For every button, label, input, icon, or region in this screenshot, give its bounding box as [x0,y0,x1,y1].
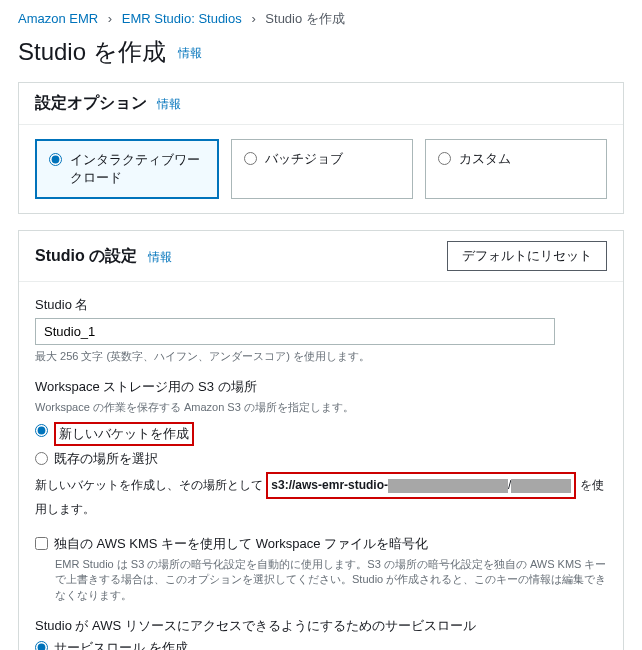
s3-location-desc: Workspace の作業を保存する Amazon S3 の場所を指定します。 [35,400,607,415]
studio-name-hint: 最大 256 文字 (英数字、ハイフン、アンダースコア) を使用します。 [35,349,607,364]
page-title: Studio を作成 情報 [18,36,624,68]
setup-options-heading: 設定オプション 情報 [35,93,181,114]
studio-name-label: Studio 名 [35,296,607,314]
radio-batch[interactable] [244,152,257,165]
chevron-right-icon: › [251,11,255,26]
studio-settings-panel: Studio の設定 情報 デフォルトにリセット Studio 名 最大 256… [18,230,624,650]
highlight-create-bucket: 新しいバケットを作成 [54,422,194,446]
radio-create-bucket[interactable] [35,424,48,437]
radio-custom[interactable] [438,152,451,165]
studio-settings-heading: Studio の設定 情報 [35,246,172,267]
kms-encrypt-hint: EMR Studio は S3 の場所の暗号化設定を自動的に使用します。S3 の… [55,557,607,603]
highlight-s3-path: s3://aws-emr-studio-/ [266,472,576,500]
reset-defaults-button[interactable]: デフォルトにリセット [447,241,607,271]
breadcrumb-current: Studio を作成 [265,11,344,26]
create-bucket-label: 新しいバケットを作成 [59,426,189,441]
s3-path-sentence: 新しいバケットを作成し、その場所として s3://aws-emr-studio-… [35,472,607,521]
info-link[interactable]: 情報 [157,97,181,111]
create-service-role-label: サービスロール を作成 [54,639,188,650]
studio-name-input[interactable] [35,318,555,345]
setup-options-panel: 設定オプション 情報 インタラクティブワークロード バッチジョブ カスタム [18,82,624,214]
checkbox-kms-encrypt[interactable] [35,537,48,550]
info-link[interactable]: 情報 [178,46,202,60]
tile-custom[interactable]: カスタム [425,139,607,199]
radio-create-service-role[interactable] [35,641,48,650]
breadcrumb-link-studios[interactable]: EMR Studio: Studios [122,11,242,26]
redacted-text [388,479,508,493]
tile-batch-job[interactable]: バッチジョブ [231,139,413,199]
radio-interactive[interactable] [49,153,62,166]
existing-location-label: 既存の場所を選択 [54,450,158,468]
tile-interactive-workload[interactable]: インタラクティブワークロード [35,139,219,199]
breadcrumb-link-emr[interactable]: Amazon EMR [18,11,98,26]
redacted-text [511,479,571,493]
radio-existing-location[interactable] [35,452,48,465]
breadcrumb: Amazon EMR › EMR Studio: Studios › Studi… [18,10,624,28]
kms-encrypt-label: 独自の AWS KMS キーを使用して Workspace ファイルを暗号化 [54,535,428,553]
info-link[interactable]: 情報 [148,250,172,264]
service-role-label: Studio が AWS リソースにアクセスできるようにするためのサービスロール [35,617,607,635]
s3-location-label: Workspace ストレージ用の S3 の場所 [35,378,607,396]
chevron-right-icon: › [108,11,112,26]
